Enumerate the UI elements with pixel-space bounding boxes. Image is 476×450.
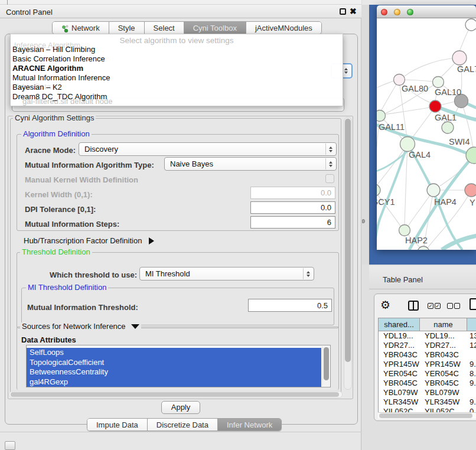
which-threshold-value: MI Threshold <box>145 269 190 278</box>
zoom-traffic-light[interactable] <box>407 9 413 15</box>
tab-impute-data[interactable]: Impute Data <box>87 419 148 431</box>
network-node[interactable] <box>433 77 444 88</box>
mi-threshold-field[interactable]: 0.5 <box>248 299 332 312</box>
attribute-list-item[interactable]: SelfLoops <box>27 348 321 358</box>
network-nodes <box>377 19 476 250</box>
close-traffic-light[interactable] <box>381 9 387 15</box>
table-row[interactable]: YDL19...YDL19...13 <box>379 331 476 341</box>
apply-button[interactable]: Apply <box>161 401 200 414</box>
control-panel-title: Control Panel <box>6 8 53 17</box>
table-hscrollbar-thumb[interactable] <box>379 413 472 418</box>
network-node-label: GAL7 <box>457 64 476 74</box>
network-node[interactable] <box>465 19 476 31</box>
network-node-label: HAP2 <box>405 236 428 245</box>
list-scrollbar-thumb[interactable] <box>324 347 329 380</box>
network-window-titlebar[interactable] <box>377 5 476 18</box>
mi-threshold-title: MI Threshold Definition <box>26 283 108 292</box>
empty-box-icon <box>454 303 460 309</box>
close-window-icon[interactable]: ✖ <box>350 6 357 16</box>
network-graph: GAL7GAL80GAL10GAL1GAL11GAL4SWI4GCY1HAP4Y… <box>377 18 476 250</box>
settings-vscrollbar[interactable] <box>344 117 352 390</box>
attribute-list-item[interactable]: BetweennessCentrality <box>27 367 321 377</box>
dpi-tolerance-field[interactable]: 0.0 <box>250 201 335 214</box>
tab-network[interactable]: Network <box>53 22 109 34</box>
table-row[interactable]: YDR27...YDR27...12 <box>379 341 476 350</box>
document-icon[interactable] <box>470 298 476 310</box>
mi-steps-label: Mutual Information Steps: <box>25 220 119 229</box>
tab-cyni-toolbox[interactable]: Cyni Toolbox <box>184 22 246 34</box>
table-row[interactable]: YPR145WYPR145W9. <box>379 360 476 369</box>
select-all-icon[interactable]: ✓ ✓ <box>428 303 441 309</box>
mi-steps-field[interactable]: 6 <box>250 216 335 229</box>
network-node[interactable] <box>442 122 454 133</box>
manual-kernel-checkbox[interactable] <box>325 174 334 183</box>
table-body: YDL19...YDL19...13YDR27...YDR27...12YBR0… <box>379 331 476 412</box>
network-node-label: SWI4 <box>449 137 470 146</box>
network-window: GAL7GAL80GAL10GAL1GAL11GAL4SWI4GCY1HAP4Y… <box>377 5 476 250</box>
network-node[interactable] <box>400 137 415 152</box>
minimized-panel-icon[interactable] <box>5 441 15 450</box>
network-canvas[interactable]: GAL7GAL80GAL10GAL1GAL11GAL4SWI4GCY1HAP4Y… <box>377 18 476 250</box>
network-node[interactable] <box>427 184 440 197</box>
settings-hscrollbar[interactable] <box>9 391 343 398</box>
table-row[interactable]: YBL079WYBL079W <box>379 388 476 397</box>
columns-icon[interactable] <box>408 301 419 311</box>
table-row[interactable]: YER054CYER054C8. <box>379 369 476 379</box>
tab-style[interactable]: Style <box>109 22 145 34</box>
table-row[interactable]: YIL052CYIL052C0. <box>379 407 476 412</box>
network-node[interactable] <box>399 225 410 236</box>
table-cell: YBR045C <box>379 379 420 388</box>
table-header-cell[interactable]: shared... <box>379 318 420 331</box>
attribute-list-item[interactable]: TopologicalCoefficient <box>27 358 321 368</box>
settings-vscrollbar-thumb[interactable] <box>345 119 351 362</box>
network-node[interactable] <box>465 184 476 197</box>
network-node[interactable] <box>452 51 467 65</box>
table-header-cell[interactable] <box>467 318 476 331</box>
table-hscrollbar[interactable] <box>378 412 476 419</box>
tab-jactivemnodules[interactable]: jActiveMNodules <box>246 22 321 34</box>
list-scrollbar[interactable] <box>322 346 330 386</box>
empty-box-icon <box>447 303 453 309</box>
control-panel-titlebar <box>0 5 361 18</box>
aracne-mode-select[interactable]: Discovery <box>79 142 337 156</box>
dropdown-item[interactable]: Bayesian – Hill Climbing <box>11 45 343 54</box>
float-window-icon[interactable] <box>340 8 346 15</box>
sources-title-row[interactable]: Sources for Network Inference <box>20 322 141 331</box>
mi-type-select[interactable]: Naive Bayes <box>164 157 337 171</box>
network-node[interactable] <box>429 100 441 112</box>
table-cell <box>467 388 476 397</box>
which-threshold-select[interactable]: MI Threshold <box>139 267 314 281</box>
tab-select[interactable]: Select <box>145 22 184 34</box>
table-cell: YDL19... <box>420 331 467 341</box>
dropdown-item[interactable]: Dream8 DC_TDC Algorithm <box>11 92 343 102</box>
spinner-icon <box>325 144 335 155</box>
hub-definition-toggle[interactable]: Hub/Transcription Factor Definition <box>24 236 154 245</box>
aracne-mode-value: Discovery <box>84 145 118 154</box>
data-attributes-list[interactable]: SelfLoopsTopologicalCoefficientBetweenne… <box>26 345 331 387</box>
data-attributes-label: Data Attributes <box>21 335 76 344</box>
tab-discretize-data[interactable]: Discretize Data <box>148 419 218 431</box>
table-header-cell[interactable]: name <box>420 318 467 331</box>
settings-hscrollbar-thumb[interactable] <box>11 392 339 397</box>
table-cell: YDL19... <box>379 331 420 341</box>
network-node-label: GAL10 <box>435 87 461 97</box>
table-cell: 9. <box>467 397 476 407</box>
network-node[interactable] <box>377 184 380 196</box>
gear-icon[interactable]: ⚙ <box>380 298 390 312</box>
dropdown-item[interactable]: Mutual Information Inference <box>11 73 343 83</box>
deselect-all-icon[interactable] <box>447 303 460 309</box>
tab-infer-network[interactable]: Infer Network <box>218 419 281 431</box>
table-row[interactable]: YLR345WYLR345W9. <box>379 397 476 407</box>
dropdown-item[interactable]: Basic Correlation Inference <box>11 54 343 64</box>
dropdown-item[interactable]: Bayesian – K2 <box>11 83 343 92</box>
aracne-mode-label: Aracne Mode: <box>25 146 76 155</box>
minimize-traffic-light[interactable] <box>394 9 400 15</box>
attribute-list-item[interactable]: gal4RGexp <box>27 377 321 387</box>
table-row[interactable]: YBR045CYBR045C9. <box>379 379 476 388</box>
dropdown-item[interactable]: ARACNE Algorithm <box>11 64 343 73</box>
table-cell: YPR145W <box>420 360 467 369</box>
resize-grip-mark[interactable] <box>362 219 365 223</box>
network-node[interactable] <box>377 110 386 122</box>
table-row[interactable]: YBR043CYBR043C <box>379 350 476 360</box>
kernel-width-field[interactable]: 0.0 <box>250 187 335 199</box>
